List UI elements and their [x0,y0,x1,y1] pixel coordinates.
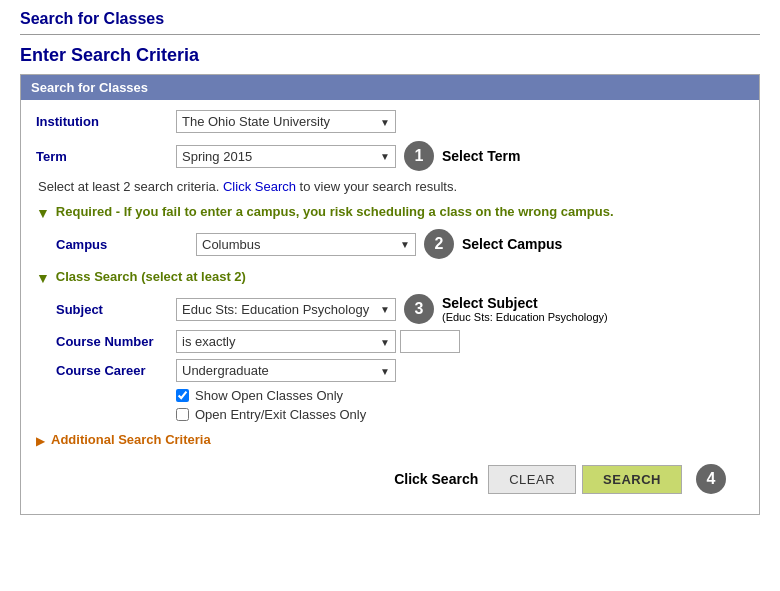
subject-callout: Select Subject [442,295,608,311]
required-section: ▼ Required - If you fail to enter a camp… [36,204,744,259]
additional-label: Additional Search Criteria [51,432,211,447]
course-number-operator-select[interactable]: is exactly begins with contains is [176,330,396,353]
class-search-arrow-icon: ▼ [36,270,50,286]
campus-callout: Select Campus [462,236,562,252]
term-callout: Select Term [442,148,520,164]
course-career-select[interactable]: Undergraduate Graduate Professional [176,359,396,382]
show-open-checkbox[interactable] [176,389,189,402]
subject-callout-sub: (Educ Sts: Education Psychology) [442,311,608,323]
term-badge: 1 [404,141,434,171]
institution-row: Institution The Ohio State University [36,110,744,133]
campus-row: Campus Columbus 2 Select Campus [56,229,744,259]
institution-label: Institution [36,114,176,129]
open-entry-label: Open Entry/Exit Classes Only [195,407,366,422]
clear-button[interactable]: Clear [488,465,576,494]
class-search-header[interactable]: ▼ Class Search (select at least 2) [36,269,744,286]
click-search-label: Click Search [394,471,478,487]
additional-arrow-icon: ▶ [36,434,45,448]
show-open-row: Show Open Classes Only [176,388,744,403]
course-number-input[interactable] [400,330,460,353]
search-button[interactable]: Search [582,465,682,494]
open-entry-row: Open Entry/Exit Classes Only [176,407,744,422]
campus-label: Campus [56,237,196,252]
section-title: Enter Search Criteria [20,45,760,66]
required-text: Required - If you fail to enter a campus… [56,204,614,219]
subject-row: Subject Educ Sts: Education Psychology 3… [56,294,744,324]
course-career-label: Course Career [56,363,176,378]
search-badge: 4 [696,464,726,494]
class-search-label: Class Search (select at least 2) [56,269,246,284]
term-row: Term Spring 2015 1 Select Term [36,141,744,171]
institution-select[interactable]: The Ohio State University [176,110,396,133]
additional-header[interactable]: ▶ Additional Search Criteria [36,432,744,448]
class-search-section: ▼ Class Search (select at least 2) Subje… [36,269,744,422]
term-select[interactable]: Spring 2015 [176,145,396,168]
term-label: Term [36,149,176,164]
subject-label: Subject [56,302,176,317]
show-open-label: Show Open Classes Only [195,388,343,403]
course-number-row: Course Number is exactly begins with con… [56,330,744,353]
subject-badge: 3 [404,294,434,324]
campus-badge: 2 [424,229,454,259]
course-career-row: Course Career Undergraduate Graduate Pro… [56,359,744,382]
panel-header: Search for Classes [21,75,759,100]
buttons-area: Click Search Clear Search 4 [36,464,744,504]
additional-section: ▶ Additional Search Criteria [36,432,744,448]
required-arrow-icon: ▼ [36,205,50,221]
campus-select[interactable]: Columbus [196,233,416,256]
info-text: Select at least 2 search criteria. Click… [36,179,744,194]
search-panel: Search for Classes Institution The Ohio … [20,74,760,515]
subject-select[interactable]: Educ Sts: Education Psychology [176,298,396,321]
page-title: Search for Classes [20,10,760,35]
open-entry-checkbox[interactable] [176,408,189,421]
required-header[interactable]: ▼ Required - If you fail to enter a camp… [36,204,744,221]
course-number-label: Course Number [56,334,176,349]
